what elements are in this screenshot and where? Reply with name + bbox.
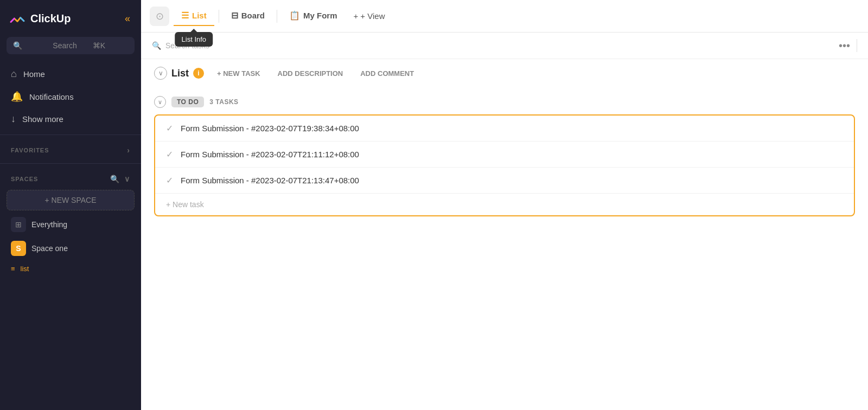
todo-collapse-button[interactable]: ∨ bbox=[154, 96, 166, 108]
divider-2 bbox=[0, 163, 141, 164]
spaces-label: SPACES bbox=[11, 176, 38, 182]
favorites-section-header: FAVORITES › bbox=[0, 139, 141, 159]
list-collapse-button[interactable]: ∨ bbox=[154, 67, 167, 80]
new-space-button[interactable]: + NEW SPACE bbox=[7, 190, 135, 210]
add-view-label: + View bbox=[360, 11, 385, 21]
board-tab-icon: ⊟ bbox=[231, 10, 238, 21]
favorites-label: FAVORITES bbox=[11, 147, 49, 153]
main-content: ⊙ ☰ List List Info ⊟ Board 📋 My Form + +… bbox=[141, 0, 868, 410]
new-task-inline-button[interactable]: + New task bbox=[155, 194, 854, 215]
spaces-section-header: SPACES 🔍 ∨ bbox=[0, 168, 141, 188]
search-icon: 🔍 bbox=[13, 41, 48, 50]
tab-list-loader[interactable]: ⊙ bbox=[150, 7, 169, 26]
space-one-icon: S bbox=[11, 241, 26, 256]
list-tab-icon: ☰ bbox=[181, 10, 189, 21]
chevron-right-icon: › bbox=[127, 146, 130, 155]
sidebar-item-notifications[interactable]: 🔔 Notifications bbox=[0, 85, 141, 108]
todo-task-count: 3 TASKS bbox=[209, 98, 238, 106]
list-header: ∨ List i + NEW TASK ADD DESCRIPTION ADD … bbox=[141, 59, 868, 87]
sidebar-show-more-label: Show more bbox=[22, 114, 63, 124]
list-info-tooltip: List Info bbox=[175, 32, 213, 47]
tab-list-label: List bbox=[192, 11, 207, 20]
everything-icon: ⊞ bbox=[11, 217, 26, 232]
tab-separator-1 bbox=[219, 10, 219, 23]
list-bottom-label: list bbox=[21, 265, 29, 273]
loader-icon: ⊙ bbox=[156, 10, 164, 22]
tab-my-form-label: My Form bbox=[303, 11, 337, 20]
search-spaces-icon: 🔍 bbox=[110, 175, 120, 183]
form-tab-icon: 📋 bbox=[289, 10, 300, 21]
favorites-expand-button[interactable]: › bbox=[127, 146, 130, 155]
sidebar-header: ClickUp « bbox=[0, 0, 141, 37]
plus-view-icon: + bbox=[354, 11, 359, 21]
task-check-icon-2: ✓ bbox=[166, 149, 173, 159]
task-name-1: Form Submission - #2023-02-07T19:38:34+0… bbox=[181, 124, 359, 133]
more-options-button[interactable]: ••• bbox=[839, 40, 850, 52]
sidebar-notifications-label: Notifications bbox=[29, 92, 74, 101]
space-one-label: Space one bbox=[31, 244, 68, 253]
table-row[interactable]: ✓ Form Submission - #2023-02-07T21:13:47… bbox=[155, 168, 854, 194]
tab-board-label: Board bbox=[241, 11, 265, 20]
sidebar-home-label: Home bbox=[23, 69, 45, 79]
tab-board[interactable]: ⊟ Board bbox=[224, 0, 272, 32]
todo-badge: TO DO bbox=[171, 97, 204, 107]
chevron-down-icon: ∨ bbox=[124, 175, 130, 183]
list-icon-bottom: ≡ bbox=[11, 265, 15, 273]
sidebar-bottom-list-item[interactable]: ≡ list bbox=[0, 260, 141, 277]
sidebar-item-space-one[interactable]: S Space one bbox=[0, 236, 141, 260]
todo-chevron-icon: ∨ bbox=[158, 99, 162, 106]
sidebar: ClickUp « 🔍 Search ⌘K ⌂ Home 🔔 Notificat… bbox=[0, 0, 141, 410]
task-check-icon-1: ✓ bbox=[166, 123, 173, 133]
search-shortcut: ⌘K bbox=[93, 41, 128, 50]
tab-separator-2 bbox=[277, 10, 277, 23]
bell-icon: 🔔 bbox=[11, 91, 23, 102]
task-list-box: ✓ Form Submission - #2023-02-07T19:38:34… bbox=[154, 114, 855, 216]
sidebar-item-home[interactable]: ⌂ Home bbox=[0, 63, 141, 85]
add-comment-button[interactable]: ADD COMMENT bbox=[356, 67, 418, 80]
content-area: ∨ TO DO 3 TASKS ✓ Form Submission - #202… bbox=[141, 87, 868, 410]
table-row[interactable]: ✓ Form Submission - #2023-02-07T21:11:12… bbox=[155, 142, 854, 168]
tab-bar: ⊙ ☰ List List Info ⊟ Board 📋 My Form + +… bbox=[141, 0, 868, 33]
collapse-chevron-icon: ∨ bbox=[158, 69, 163, 77]
home-icon: ⌂ bbox=[11, 68, 17, 80]
task-name-2: Form Submission - #2023-02-07T21:11:12+0… bbox=[181, 150, 359, 159]
search-divider bbox=[857, 39, 857, 52]
list-title-area: ∨ List i bbox=[154, 67, 204, 80]
everything-label: Everything bbox=[31, 220, 67, 229]
new-task-button[interactable]: + NEW TASK bbox=[213, 67, 265, 80]
logo-area: ClickUp bbox=[9, 10, 71, 27]
tab-list[interactable]: ☰ List bbox=[174, 6, 214, 26]
add-description-button[interactable]: ADD DESCRIPTION bbox=[273, 67, 348, 80]
search-tasks-input[interactable]: 🔍 Search tasks bbox=[152, 41, 832, 50]
list-title: List bbox=[171, 68, 189, 79]
spaces-actions[interactable]: 🔍 ∨ bbox=[110, 175, 130, 183]
sidebar-search-bar[interactable]: 🔍 Search ⌘K bbox=[7, 37, 135, 54]
logo-text: ClickUp bbox=[30, 12, 71, 25]
table-row[interactable]: ✓ Form Submission - #2023-02-07T19:38:34… bbox=[155, 116, 854, 142]
divider-1 bbox=[0, 134, 141, 135]
task-name-3: Form Submission - #2023-02-07T21:13:47+0… bbox=[181, 176, 359, 185]
sidebar-item-everything[interactable]: ⊞ Everything bbox=[0, 213, 141, 236]
task-check-icon-3: ✓ bbox=[166, 175, 173, 185]
search-placeholder: Search bbox=[53, 41, 88, 50]
clickup-logo-icon bbox=[9, 10, 26, 27]
tab-my-form[interactable]: 📋 My Form bbox=[282, 0, 345, 32]
todo-header: ∨ TO DO 3 TASKS bbox=[154, 96, 855, 108]
search-tasks-icon: 🔍 bbox=[152, 41, 161, 50]
main-search-bar: 🔍 Search tasks ••• bbox=[141, 33, 868, 59]
arrow-down-icon: ↓ bbox=[11, 113, 16, 125]
sidebar-collapse-button[interactable]: « bbox=[123, 11, 132, 27]
add-view-button[interactable]: + + View bbox=[347, 7, 392, 25]
list-info-badge[interactable]: i bbox=[193, 68, 204, 79]
sidebar-item-show-more[interactable]: ↓ Show more bbox=[0, 108, 141, 130]
todo-section: ∨ TO DO 3 TASKS ✓ Form Submission - #202… bbox=[154, 96, 855, 216]
